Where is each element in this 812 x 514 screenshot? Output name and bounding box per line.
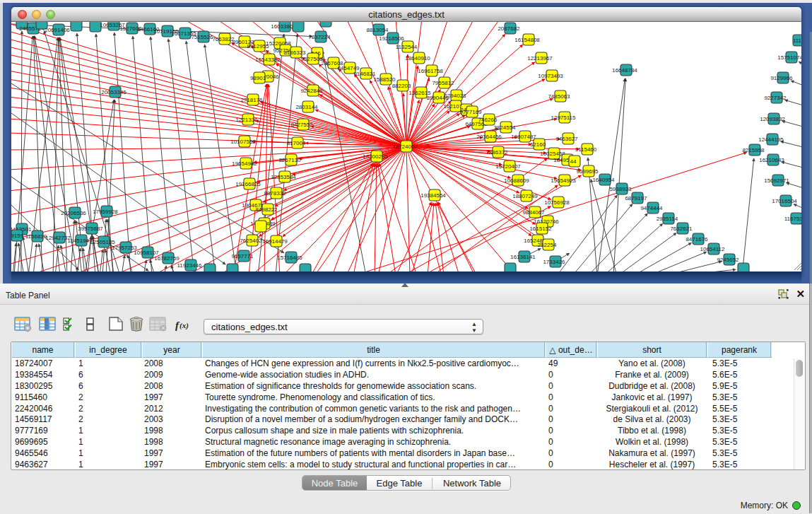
- svg-text:17016504: 17016504: [772, 198, 797, 204]
- svg-text:9115460: 9115460: [575, 146, 597, 153]
- svg-text:9242848: 9242848: [300, 88, 323, 94]
- svg-text:1132544: 1132544: [396, 44, 418, 50]
- svg-text:11923446: 11923446: [177, 262, 203, 269]
- svg-text:1640954: 1640954: [592, 177, 615, 183]
- svg-text:17959928: 17959928: [93, 209, 118, 215]
- svg-text:8427552: 8427552: [290, 122, 313, 128]
- svg-text:1615152: 1615152: [529, 226, 552, 232]
- svg-text:9227342: 9227342: [764, 95, 787, 101]
- svg-text:15720407: 15720407: [495, 163, 521, 170]
- svg-text:20691406: 20691406: [45, 27, 70, 33]
- svg-text:9884067: 9884067: [522, 209, 545, 216]
- svg-text:16136141: 16136141: [510, 254, 536, 260]
- svg-text:8471676: 8471676: [686, 236, 708, 243]
- svg-text:7625402: 7625402: [240, 238, 262, 244]
- svg-text:111: 111: [793, 37, 801, 44]
- svg-text:20053346: 20053346: [101, 89, 126, 95]
- svg-text:12975115: 12975115: [551, 115, 577, 121]
- svg-text:7663822: 7663822: [212, 36, 235, 42]
- svg-text:882203: 882203: [392, 83, 411, 89]
- svg-text:8186323: 8186323: [283, 49, 306, 56]
- svg-text:9527508: 9527508: [300, 56, 323, 62]
- svg-text:1733426: 1733426: [543, 259, 565, 265]
- svg-text:15751074: 15751074: [777, 54, 801, 61]
- svg-text:8267130: 8267130: [278, 157, 301, 163]
- svg-text:19654923: 19654923: [551, 177, 576, 184]
- svg-text:15716485: 15716485: [277, 255, 302, 261]
- svg-text:7632621: 7632621: [670, 226, 693, 232]
- svg-text:1221336: 1221336: [235, 117, 258, 123]
- svg-text:817004: 817004: [287, 140, 306, 146]
- svg-text:44: 44: [570, 158, 577, 165]
- svg-text:1167533: 1167533: [784, 216, 801, 222]
- svg-text:19384554: 19384554: [420, 192, 446, 199]
- svg-text:39159: 39159: [11, 233, 24, 239]
- svg-text:9146821: 9146821: [353, 71, 376, 77]
- svg-text:12213967: 12213967: [527, 55, 553, 62]
- svg-text:9699695: 9699695: [576, 168, 599, 175]
- svg-text:62160: 62160: [530, 141, 546, 148]
- svg-text:9463627: 9463627: [555, 136, 578, 142]
- svg-text:6794028: 6794028: [444, 93, 466, 99]
- svg-text:(x): (x): [180, 321, 189, 330]
- svg-text:9657771: 9657771: [231, 253, 254, 259]
- svg-text:16961758: 16961758: [418, 68, 443, 74]
- svg-text:12093832: 12093832: [760, 116, 785, 122]
- svg-text:7955812: 7955812: [432, 80, 454, 86]
- svg-text:10807487: 10807487: [511, 134, 536, 140]
- svg-text:6879197: 6879197: [625, 195, 647, 201]
- svg-text:9777169: 9777169: [459, 109, 482, 115]
- svg-text:2935114: 2935114: [657, 216, 678, 222]
- svg-text:746266: 746266: [478, 117, 498, 123]
- svg-text:5938923: 5938923: [609, 186, 632, 192]
- svg-text:10756928: 10756928: [544, 199, 570, 206]
- svg-text:7886372: 7886372: [486, 149, 508, 156]
- svg-text:8813054: 8813054: [366, 27, 389, 33]
- svg-text:16914479: 16914479: [262, 238, 288, 245]
- svg-text:2087682: 2087682: [498, 25, 520, 32]
- svg-text:19218506: 19218506: [379, 35, 404, 42]
- svg-text:9474444: 9474444: [640, 205, 663, 211]
- svg-text:19166825: 19166825: [235, 181, 261, 187]
- svg-text:10107552: 10107552: [230, 139, 256, 145]
- svg-text:8878332: 8878332: [264, 190, 286, 197]
- svg-text:18640910: 18640910: [405, 55, 430, 62]
- svg-text:7515526: 7515526: [191, 34, 213, 40]
- svg-text:15692971: 15692971: [764, 177, 789, 184]
- svg-text:252254: 252254: [538, 242, 557, 248]
- svg-text:16154808: 16154808: [514, 37, 540, 43]
- svg-text:1588520: 1588520: [373, 76, 396, 83]
- svg-text:39975887: 39975887: [78, 226, 103, 232]
- svg-text:16782759: 16782759: [154, 255, 180, 262]
- svg-text:16543382: 16543382: [255, 57, 281, 63]
- svg-text:16648784: 16648784: [612, 67, 637, 74]
- svg-text:10654112: 10654112: [700, 246, 726, 252]
- svg-text:7837224: 7837224: [308, 34, 331, 40]
- svg-text:2718176: 2718176: [240, 97, 263, 103]
- svg-text:12444195: 12444195: [758, 136, 784, 143]
- svg-text:3824554: 3824554: [493, 124, 516, 131]
- svg-text:10688609: 10688609: [504, 177, 529, 184]
- svg-text:2803144: 2803144: [295, 104, 318, 110]
- svg-text:8215958: 8215958: [742, 147, 765, 153]
- svg-text:20206536: 20206536: [61, 210, 86, 216]
- svg-text:1156819: 1156819: [25, 233, 47, 240]
- svg-text:18300295: 18300295: [363, 153, 388, 160]
- svg-text:8498222: 8498222: [255, 206, 278, 213]
- svg-text:18807249: 18807249: [512, 193, 538, 199]
- svg-text:20364456: 20364456: [476, 134, 502, 140]
- svg-text:11451947: 11451947: [68, 238, 93, 244]
- svg-text:16210643: 16210643: [759, 157, 784, 163]
- svg-text:18724007: 18724007: [392, 144, 418, 150]
- svg-text:98901: 98901: [250, 75, 266, 81]
- svg-text:7485063: 7485063: [548, 93, 570, 100]
- svg-text:12353584: 12353584: [271, 174, 296, 180]
- svg-text:19654942: 19654942: [232, 160, 257, 167]
- svg-text:9129966: 9129966: [770, 75, 793, 81]
- svg-text:9245652: 9245652: [717, 257, 739, 263]
- svg-text:10973493: 10973493: [538, 73, 563, 79]
